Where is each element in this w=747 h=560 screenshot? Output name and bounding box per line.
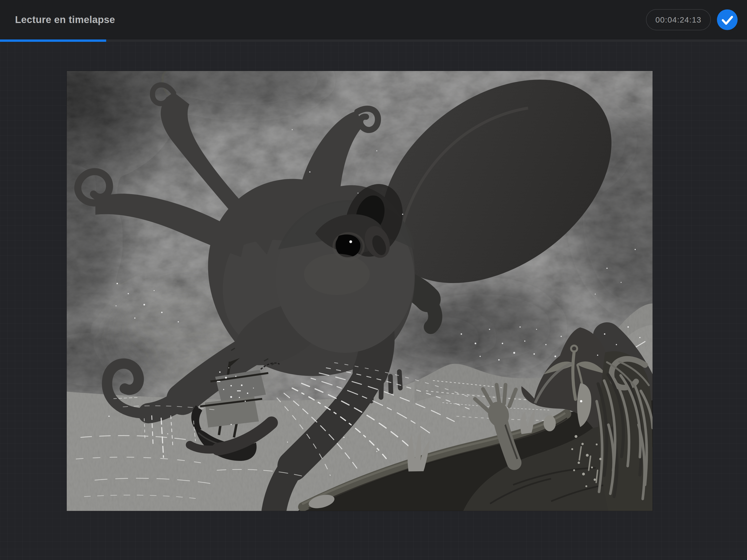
page-title: Lecture en timelapse — [15, 14, 115, 25]
topbar-actions: 00:04:24:13 — [646, 9, 738, 30]
timelapse-artwork-canvas[interactable] — [67, 71, 652, 511]
timecode-badge: 00:04:24:13 — [646, 9, 711, 30]
progress-fill — [0, 40, 106, 42]
timelapse-progress-bar[interactable] — [0, 40, 747, 42]
confirm-button[interactable] — [717, 9, 738, 30]
octopus-sea-painting — [67, 71, 652, 511]
canvas-workspace — [0, 42, 747, 560]
checkmark-icon — [717, 9, 738, 30]
figure-hair — [597, 351, 652, 511]
top-bar: Lecture en timelapse 00:04:24:13 — [0, 0, 747, 40]
timecode-text: 00:04:24:13 — [655, 15, 701, 24]
